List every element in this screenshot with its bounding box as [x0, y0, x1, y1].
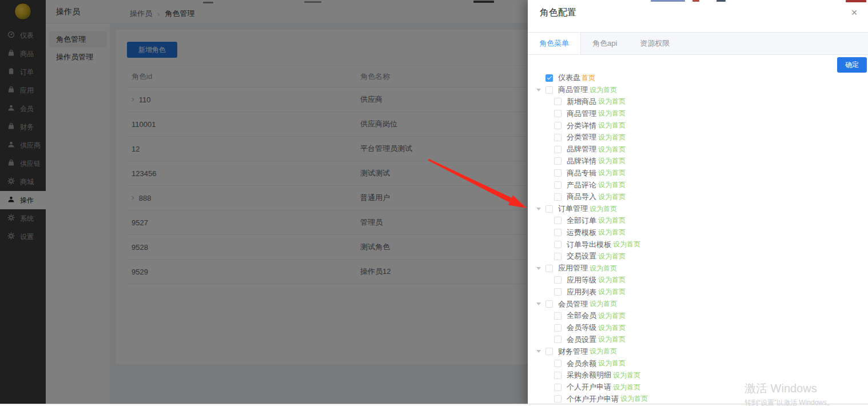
tree-label[interactable]: 订单管理	[558, 204, 588, 214]
set-home-tag[interactable]: 设为首页	[613, 240, 640, 249]
caret-triangle	[536, 350, 541, 353]
tree-label[interactable]: 应用管理	[558, 263, 588, 273]
set-home-tag[interactable]: 设为首页	[598, 180, 626, 190]
tree-row: 会员余额设为首页	[536, 357, 865, 369]
set-home-tag[interactable]: 设为首页	[598, 156, 626, 166]
set-home-tag[interactable]: 设为首页	[598, 311, 626, 321]
tree-label[interactable]: 个体户开户申请	[567, 394, 619, 404]
set-home-tag[interactable]: 设为首页	[598, 121, 626, 130]
tree-checkbox[interactable]	[546, 205, 553, 213]
set-home-tag[interactable]: 设为首页	[598, 228, 626, 237]
set-home-tag[interactable]: 设为首页	[598, 133, 626, 142]
tree-checkbox[interactable]	[554, 360, 562, 367]
tree-checkbox[interactable]	[554, 324, 562, 332]
tree-checkbox[interactable]	[554, 229, 562, 236]
tree-checkbox[interactable]	[554, 110, 562, 117]
tree-label[interactable]: 新增商品	[567, 97, 596, 107]
tree-label[interactable]: 商品管理	[567, 109, 596, 119]
set-home-tag[interactable]: 设为首页	[598, 109, 626, 118]
tree-label[interactable]: 全部会员	[567, 311, 596, 321]
tree-checkbox[interactable]	[554, 146, 562, 153]
tree-label[interactable]: 会员设置	[567, 335, 596, 345]
tree-row: 商品管理设为首页	[536, 84, 865, 96]
tree-checkbox[interactable]	[554, 336, 562, 343]
tree-label[interactable]: 商品专辑	[567, 168, 596, 178]
set-home-tag[interactable]: 设为首页	[590, 204, 617, 214]
set-home-tag[interactable]: 设为首页	[598, 145, 626, 154]
set-home-tag[interactable]: 设为首页	[590, 85, 617, 95]
tree-label[interactable]: 订单导出模板	[567, 240, 611, 250]
tree-checkbox[interactable]	[546, 300, 553, 308]
tree-expand-icon[interactable]	[536, 267, 546, 270]
tree-checkbox[interactable]	[554, 241, 562, 248]
tree-checkbox[interactable]	[546, 265, 553, 272]
tree-label[interactable]: 产品评论	[567, 180, 596, 190]
set-home-tag[interactable]: 设为首页	[620, 394, 648, 404]
tree-label[interactable]: 分类管理	[567, 132, 596, 142]
tree-checkbox[interactable]	[554, 98, 562, 105]
set-home-tag[interactable]: 设为首页	[598, 359, 626, 368]
tree-label[interactable]: 会员等级	[567, 323, 596, 333]
tree-expand-icon[interactable]	[536, 350, 546, 353]
tree-label[interactable]: 采购余额明细	[567, 370, 611, 380]
tree-checkbox[interactable]	[554, 395, 562, 403]
tree-checkbox[interactable]	[554, 122, 562, 129]
tree-label[interactable]: 全部订单	[567, 216, 596, 226]
tree-label[interactable]: 商品管理	[558, 85, 588, 95]
set-home-tag[interactable]: 设为首页	[590, 264, 617, 273]
tab-role-menu[interactable]: 角色菜单	[528, 33, 581, 54]
tree-checkbox[interactable]	[554, 193, 562, 201]
close-icon[interactable]: ×	[847, 6, 861, 19]
set-home-tag[interactable]: 设为首页	[598, 323, 626, 333]
tree-label[interactable]: 仪表盘	[558, 73, 580, 83]
tree-checkbox[interactable]	[554, 134, 562, 141]
set-home-tag[interactable]: 设为首页	[598, 335, 626, 344]
set-home-tag[interactable]: 设为首页	[590, 347, 617, 356]
set-home-tag[interactable]: 设为首页	[598, 216, 626, 225]
tree-label[interactable]: 商品导入	[567, 192, 596, 202]
tree-checkbox[interactable]	[554, 169, 562, 177]
tree-label[interactable]: 会员余额	[567, 359, 596, 369]
set-home-tag[interactable]: 设为首页	[598, 252, 626, 261]
tree-row: 仪表盘首页	[536, 72, 865, 84]
tree-label[interactable]: 交易设置	[567, 251, 596, 261]
tree-label[interactable]: 品牌管理	[567, 144, 596, 154]
tree-checkbox[interactable]	[554, 372, 562, 379]
tree-label[interactable]: 应用列表	[567, 287, 596, 297]
set-home-tag[interactable]: 设为首页	[590, 299, 617, 309]
tree-checkbox[interactable]	[554, 384, 562, 391]
tree-label[interactable]: 财务管理	[558, 347, 588, 357]
tree-checkbox[interactable]	[554, 157, 562, 165]
confirm-button[interactable]: 确定	[837, 57, 867, 73]
tree-checkbox[interactable]	[546, 74, 553, 82]
set-home-tag[interactable]: 设为首页	[613, 383, 640, 392]
menu-tree: 仪表盘首页商品管理设为首页新增商品设为首页商品管理设为首页分类详情设为首页分类管…	[536, 72, 865, 406]
tree-expand-icon	[545, 136, 554, 139]
tree-checkbox[interactable]	[554, 312, 562, 320]
tree-label[interactable]: 品牌详情	[567, 156, 596, 166]
tree-checkbox[interactable]	[554, 276, 562, 284]
tree-checkbox[interactable]	[554, 288, 562, 296]
set-home-tag[interactable]: 设为首页	[598, 287, 626, 297]
tree-label[interactable]: 应用等级	[567, 275, 596, 285]
set-home-tag[interactable]: 设为首页	[598, 275, 626, 285]
tree-label[interactable]: 个人开户申请	[567, 382, 611, 392]
set-home-tag[interactable]: 设为首页	[613, 371, 640, 380]
tree-label[interactable]: 会员管理	[558, 299, 588, 309]
tree-checkbox[interactable]	[554, 181, 562, 189]
tree-expand-icon[interactable]	[536, 302, 546, 305]
tree-checkbox[interactable]	[546, 348, 553, 355]
home-tag[interactable]: 首页	[582, 73, 595, 83]
tab-role-api[interactable]: 角色api	[581, 33, 628, 54]
tree-checkbox[interactable]	[546, 86, 553, 94]
set-home-tag[interactable]: 设为首页	[598, 97, 626, 106]
tree-label[interactable]: 运费模板	[567, 228, 596, 238]
tree-expand-icon[interactable]	[536, 89, 546, 91]
set-home-tag[interactable]: 设为首页	[598, 192, 626, 202]
tree-checkbox[interactable]	[554, 217, 562, 224]
tree-label[interactable]: 分类详情	[567, 121, 596, 131]
tree-expand-icon[interactable]	[536, 208, 546, 210]
tab-resource-permission[interactable]: 资源权限	[628, 33, 681, 54]
set-home-tag[interactable]: 设为首页	[598, 168, 626, 178]
tree-checkbox[interactable]	[554, 253, 562, 260]
